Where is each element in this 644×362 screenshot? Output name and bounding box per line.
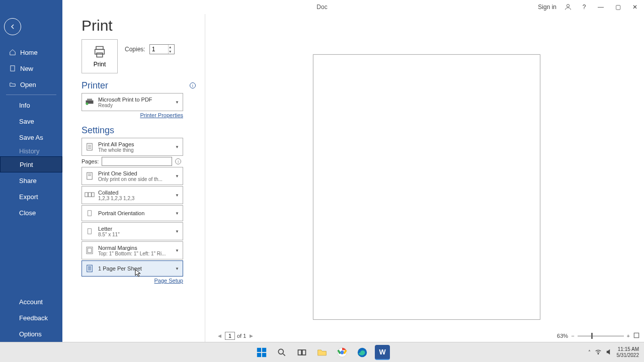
prev-page-button[interactable]: ◀ xyxy=(216,333,223,338)
sidebar-item-export[interactable]: Export xyxy=(0,189,62,205)
settings-heading: Settings xyxy=(82,125,205,136)
sidebar-label: Open xyxy=(20,81,36,88)
sidebar-item-history[interactable]: History xyxy=(0,145,62,156)
collated-icon xyxy=(84,190,95,201)
sidebar-item-save-as[interactable]: Save As xyxy=(0,129,62,145)
sidebar-label: Close xyxy=(19,209,36,217)
copies-spinner[interactable]: ▲▼ xyxy=(149,44,175,54)
sidebar-item-share[interactable]: Share xyxy=(0,172,62,189)
sidebar-label: History xyxy=(19,147,39,155)
sidebar-label: Save As xyxy=(19,134,43,141)
sidebar-item-save[interactable]: Save xyxy=(0,113,62,129)
svg-point-39 xyxy=(598,353,599,354)
svg-rect-4 xyxy=(97,53,103,57)
svg-rect-28 xyxy=(257,347,261,351)
fit-page-button[interactable] xyxy=(633,332,640,340)
svg-rect-16 xyxy=(89,193,92,197)
chevron-down-icon: ▼ xyxy=(175,193,181,198)
sidebar-item-print[interactable]: Print xyxy=(0,156,62,172)
printer-icon xyxy=(93,45,107,59)
chevron-down-icon: ▼ xyxy=(175,211,181,216)
svg-rect-29 xyxy=(262,347,266,351)
search-button[interactable] xyxy=(274,345,289,360)
sidebar-item-account[interactable]: Account xyxy=(0,294,62,310)
next-page-button[interactable]: ▶ xyxy=(248,333,255,338)
explorer-button[interactable] xyxy=(314,345,330,360)
svg-rect-31 xyxy=(262,352,266,356)
printer-dropdown[interactable]: Microsoft Print to PDF Ready ▼ xyxy=(82,93,183,111)
chrome-button[interactable] xyxy=(335,345,350,360)
sidebar-item-open[interactable]: Open xyxy=(0,76,62,93)
margins-dropdown[interactable]: Normal MarginsTop: 1" Bottom: 1" Left: 1… xyxy=(82,241,183,259)
close-button[interactable]: ✕ xyxy=(630,2,640,12)
sided-dropdown[interactable]: Print One SidedOnly print on one side of… xyxy=(82,167,183,185)
pages-per-sheet-dropdown[interactable]: 1 Page Per Sheet ▼ xyxy=(82,260,183,277)
svg-rect-1 xyxy=(11,66,15,71)
single-sided-icon xyxy=(84,170,95,182)
clock-time: 11:15 AM xyxy=(617,346,639,352)
tray-chevron-icon[interactable]: ˄ xyxy=(588,349,591,355)
sidebar-separator xyxy=(6,95,56,95)
start-button[interactable] xyxy=(254,345,269,360)
sidebar-label: Export xyxy=(19,193,38,201)
copies-label: Copies: xyxy=(125,46,145,53)
svg-rect-22 xyxy=(87,265,93,272)
paper-size-dropdown[interactable]: Letter8.5" x 11" ▼ xyxy=(82,222,183,240)
pages-label: Pages: xyxy=(82,158,99,164)
svg-line-33 xyxy=(283,353,285,355)
sign-in-link[interactable]: Sign in xyxy=(538,4,556,11)
volume-icon[interactable] xyxy=(606,348,613,356)
printer-heading: Printer i xyxy=(82,80,205,91)
orientation-dropdown[interactable]: Portrait Orientation ▼ xyxy=(82,205,183,221)
user-icon[interactable] xyxy=(564,3,573,12)
sidebar-item-home[interactable]: Home xyxy=(0,44,62,60)
sidebar-item-options[interactable]: Options xyxy=(0,326,62,342)
zoom-in-button[interactable]: + xyxy=(627,333,630,339)
sidebar-label: Save xyxy=(19,118,34,125)
minimize-button[interactable]: — xyxy=(596,2,606,12)
sidebar-item-info[interactable]: Info xyxy=(0,97,62,113)
svg-rect-30 xyxy=(257,352,261,356)
sidebar-item-close[interactable]: Close xyxy=(0,205,62,221)
print-panel: Print Print Copies: ▲▼ Printer i Microso… xyxy=(62,14,205,342)
print-scope-dropdown[interactable]: Print All PagesThe whole thing ▼ xyxy=(82,138,183,156)
printer-properties-link[interactable]: Printer Properties xyxy=(82,112,183,118)
edge-button[interactable] xyxy=(355,345,370,360)
info-icon[interactable]: i xyxy=(190,82,196,88)
chevron-down-icon: ▼ xyxy=(175,100,181,105)
svg-rect-2 xyxy=(96,47,103,50)
collation-dropdown[interactable]: Collated1,2,3 1,2,3 1,2,3 ▼ xyxy=(82,186,183,204)
wifi-icon[interactable] xyxy=(595,348,602,356)
zoom-out-button[interactable]: − xyxy=(571,333,574,339)
chevron-down-icon: ▼ xyxy=(175,266,181,271)
printer-name: Microsoft Print to PDF xyxy=(98,97,172,103)
print-button[interactable]: Print xyxy=(82,39,118,73)
sidebar-label: Print xyxy=(20,161,33,168)
svg-rect-34 xyxy=(298,350,302,355)
sidebar-item-new[interactable]: New xyxy=(0,60,62,76)
clock[interactable]: 11:15 AM 5/31/2022 xyxy=(617,346,639,358)
maximize-button[interactable]: ▢ xyxy=(613,2,623,12)
clock-date: 5/31/2022 xyxy=(617,352,639,358)
page-number-input[interactable] xyxy=(225,332,235,340)
svg-rect-15 xyxy=(85,193,88,197)
word-button[interactable]: W xyxy=(375,345,390,360)
zoom-slider[interactable] xyxy=(578,335,624,337)
pages-input[interactable] xyxy=(102,157,172,166)
copies-input[interactable] xyxy=(150,45,168,54)
svg-rect-12 xyxy=(87,172,93,179)
task-view-button[interactable] xyxy=(294,345,309,360)
print-preview xyxy=(205,14,644,342)
open-icon xyxy=(9,81,16,88)
chevron-down-icon: ▼ xyxy=(175,229,181,234)
back-button[interactable] xyxy=(4,18,21,35)
doc-title: Doc xyxy=(316,4,327,11)
preview-page xyxy=(313,54,540,320)
portrait-icon xyxy=(84,208,95,219)
svg-point-37 xyxy=(340,350,344,354)
info-icon[interactable]: i xyxy=(175,158,181,164)
svg-rect-19 xyxy=(88,229,92,234)
sidebar-item-feedback[interactable]: Feedback xyxy=(0,310,62,326)
help-icon[interactable]: ? xyxy=(580,3,589,12)
page-setup-link[interactable]: Page Setup xyxy=(82,278,183,284)
